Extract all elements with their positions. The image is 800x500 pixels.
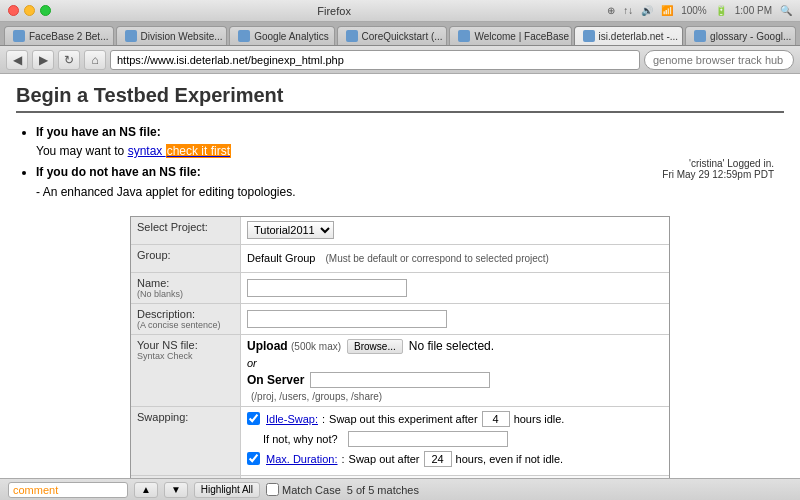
- tab-analytics[interactable]: Google Analytics ✕: [229, 26, 334, 45]
- ns-file-field: Upload (500k max) Browse... No file sele…: [241, 335, 669, 406]
- url-bar[interactable]: [110, 50, 640, 70]
- select-project-row: Select Project: Tutorial2011: [131, 217, 669, 245]
- match-case-checkbox[interactable]: [266, 483, 279, 496]
- idle-hours-label: hours idle.: [514, 413, 565, 425]
- name-row: Name: (No blanks): [131, 273, 669, 304]
- tab-favicon-glossary: [694, 30, 706, 42]
- back-button[interactable]: ◀: [6, 50, 28, 70]
- window-title: Firefox: [61, 5, 607, 17]
- browser-titlebar: Firefox ⊕↑↓🔊📶100%🔋1:00 PM🔍: [0, 0, 800, 22]
- find-toolbar: ▲ ▼ Highlight All Match Case 5 of 5 matc…: [8, 482, 419, 498]
- tab-favicon-corequickstart: [346, 30, 358, 42]
- name-field: [241, 273, 669, 303]
- on-server-label: On Server: [247, 373, 304, 387]
- description-label: Description: (A concise sentence): [131, 304, 241, 334]
- max-duration-row: Max. Duration:: Swap out after hours, ev…: [247, 451, 663, 467]
- close-button[interactable]: [8, 5, 19, 16]
- tab-favicon-facebase: [13, 30, 25, 42]
- home-button[interactable]: ⌂: [84, 50, 106, 70]
- ns-file-row: Your NS file: Syntax Check Upload (500k …: [131, 335, 669, 407]
- tab-glossary[interactable]: glossary - Googl... ✕: [685, 26, 796, 45]
- max-dur-desc: Swap out after: [349, 453, 420, 465]
- name-input[interactable]: [247, 279, 407, 297]
- forward-button[interactable]: ▶: [32, 50, 54, 70]
- tab-division[interactable]: Division Website... ✕: [116, 26, 228, 45]
- page-title: Begin a Testbed Experiment: [16, 84, 784, 113]
- name-label: Name: (No blanks): [131, 273, 241, 303]
- maximize-button[interactable]: [40, 5, 51, 16]
- group-row: Group: Default Group (Must be default or…: [131, 245, 669, 273]
- idle-hours-input[interactable]: [482, 411, 510, 427]
- tab-deterlab[interactable]: isi.deterlab.net -... ✕: [574, 26, 684, 45]
- ns-file-heading: If you have an NS file:: [36, 125, 161, 139]
- upload-label: Upload (500k max): [247, 339, 341, 353]
- status-bar: ▲ ▼ Highlight All Match Case 5 of 5 matc…: [0, 478, 800, 500]
- select-project-label: Select Project:: [131, 217, 241, 244]
- server-path-input[interactable]: [310, 372, 490, 388]
- group-info: (Must be default or correspond to select…: [325, 253, 548, 264]
- tab-favicon-analytics: [238, 30, 250, 42]
- idle-why-input[interactable]: [348, 431, 508, 447]
- experiment-form: Select Project: Tutorial2011 Group: Defa…: [130, 216, 670, 478]
- description-input[interactable]: [247, 310, 447, 328]
- tab-favicon-deterlab: [583, 30, 595, 42]
- traffic-lights: [8, 5, 51, 16]
- highlight-all-button[interactable]: Highlight All: [194, 482, 260, 498]
- highlight-check-it-first: check it first: [166, 144, 231, 158]
- group-value: Default Group: [247, 252, 315, 264]
- browser-toolbar: ◀ ▶ ↻ ⌂: [0, 46, 800, 74]
- idle-why-row: If not, why not?: [247, 431, 663, 447]
- browse-button[interactable]: Browse...: [347, 339, 403, 354]
- tab-favicon-division: [125, 30, 137, 42]
- idle-why-text: If not, why not?: [263, 433, 338, 445]
- browser-tabs: FaceBase 2 Bet... ✕ Division Website... …: [0, 22, 800, 46]
- no-file-label: No file selected.: [409, 339, 494, 353]
- find-prev-button[interactable]: ▲: [134, 482, 158, 498]
- page-content: 'cristina' Logged in. Fri May 29 12:59pm…: [0, 74, 800, 478]
- swapping-field: Idle-Swap:: Swap out this experiment aft…: [241, 407, 669, 475]
- find-input[interactable]: [8, 482, 128, 498]
- swapping-label: Swapping:: [131, 407, 241, 475]
- or-row: or: [247, 357, 663, 369]
- idle-swap-link[interactable]: Idle-Swap:: [266, 413, 318, 425]
- find-next-button[interactable]: ▼: [164, 482, 188, 498]
- syntax-check-link[interactable]: syntax check it first: [128, 144, 231, 158]
- tab-facebase2[interactable]: Welcome | FaceBase ✕: [449, 26, 571, 45]
- group-label: Group:: [131, 245, 241, 272]
- search-bar[interactable]: [644, 50, 794, 70]
- server-sub-text: (/proj, /users, /groups, /share): [251, 391, 663, 402]
- ns-intro-text: You may want to: [36, 144, 128, 158]
- swapping-row: Swapping: Idle-Swap:: Swap out this expe…: [131, 407, 669, 476]
- reload-button[interactable]: ↻: [58, 50, 80, 70]
- max-hours-input[interactable]: [424, 451, 452, 467]
- match-case-label: Match Case: [266, 483, 341, 496]
- gui-editor-desc: - An enhanced Java applet for editing to…: [36, 185, 296, 199]
- description-field: [241, 304, 669, 334]
- on-server-row: On Server: [247, 372, 663, 388]
- max-hours-label: hours, even if not idle.: [456, 453, 564, 465]
- user-info: 'cristina' Logged in. Fri May 29 12:59pm…: [662, 158, 774, 180]
- tab-facebase[interactable]: FaceBase 2 Bet... ✕: [4, 26, 114, 45]
- tab-corequickstart[interactable]: CoreQuickstart (... ✕: [337, 26, 448, 45]
- idle-swap-desc: Swap out this experiment after: [329, 413, 478, 425]
- upload-row: Upload (500k max) Browse... No file sele…: [247, 339, 663, 354]
- group-field: Default Group (Must be default or corres…: [241, 245, 669, 272]
- max-duration-checkbox[interactable]: [247, 452, 260, 465]
- select-project-field: Tutorial2011: [241, 217, 669, 244]
- max-duration-link[interactable]: Max. Duration:: [266, 453, 338, 465]
- or-text: or: [247, 357, 257, 369]
- minimize-button[interactable]: [24, 5, 35, 16]
- idle-swap-row: Idle-Swap:: Swap out this experiment aft…: [247, 411, 663, 427]
- project-select[interactable]: Tutorial2011: [247, 221, 334, 239]
- ns-file-label: Your NS file: Syntax Check: [131, 335, 241, 406]
- match-count: 5 of 5 matches: [347, 484, 419, 496]
- no-ns-file-heading: If you do not have an NS file:: [36, 165, 201, 179]
- tab-favicon-facebase2: [458, 30, 470, 42]
- titlebar-icons: ⊕↑↓🔊📶100%🔋1:00 PM🔍: [607, 5, 792, 16]
- idle-swap-checkbox[interactable]: [247, 412, 260, 425]
- description-row: Description: (A concise sentence): [131, 304, 669, 335]
